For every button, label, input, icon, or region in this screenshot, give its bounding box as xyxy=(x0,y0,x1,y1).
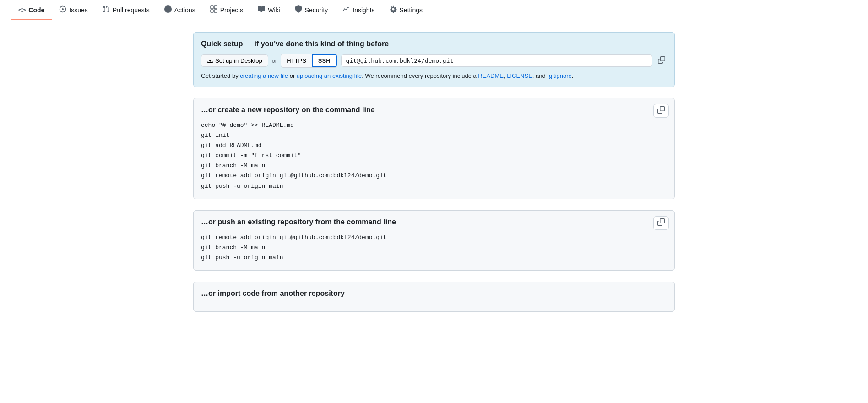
code-line: git commit -m "first commit" xyxy=(201,151,667,161)
tab-issues[interactable]: Issues xyxy=(52,0,95,21)
or-label: or xyxy=(272,57,277,64)
pull-request-icon xyxy=(103,5,110,14)
settings-icon xyxy=(390,5,397,14)
actions-icon xyxy=(164,5,172,14)
svg-point-1 xyxy=(62,8,64,10)
main-content: Quick setup — if you've done this kind o… xyxy=(182,32,686,312)
quick-setup-section: Quick setup — if you've done this kind o… xyxy=(193,32,675,87)
import-code-section: …or import code from another repository xyxy=(193,282,675,312)
tab-code[interactable]: <> Code xyxy=(11,1,52,20)
push-repo-code: git remote add origin git@github.com:bdk… xyxy=(201,233,667,263)
svg-rect-2 xyxy=(211,6,213,9)
code-line: git remote add origin git@github.com:bdk… xyxy=(201,233,667,243)
tab-projects[interactable]: Projects xyxy=(203,0,251,21)
tab-actions[interactable]: Actions xyxy=(157,0,203,21)
copy-url-button[interactable] xyxy=(656,54,667,67)
code-line: git add README.md xyxy=(201,141,667,151)
tab-wiki[interactable]: Wiki xyxy=(250,0,287,21)
create-repo-title: …or create a new repository on the comma… xyxy=(201,106,667,114)
tab-settings[interactable]: Settings xyxy=(382,0,430,21)
https-button[interactable]: HTTPS xyxy=(281,54,312,67)
code-icon: <> xyxy=(18,6,26,14)
code-line: git branch -M main xyxy=(201,243,667,253)
tab-security[interactable]: Security xyxy=(288,0,336,21)
upload-file-link[interactable]: uploading an existing file xyxy=(297,72,362,79)
gitignore-link[interactable]: .gitignore xyxy=(547,72,571,79)
copy-push-repo-button[interactable] xyxy=(653,216,669,230)
desktop-download-icon xyxy=(207,58,213,64)
push-repo-title: …or push an existing repository from the… xyxy=(201,218,667,226)
svg-rect-4 xyxy=(211,10,213,12)
url-row: Set up in Desktop or HTTPS SSH git@githu… xyxy=(201,54,667,68)
quick-setup-title: Quick setup — if you've done this kind o… xyxy=(201,40,667,48)
issues-icon xyxy=(59,5,66,14)
code-line: git push -u origin main xyxy=(201,181,667,191)
copy-section-icon xyxy=(657,106,665,114)
tab-insights[interactable]: Insights xyxy=(335,0,382,21)
code-line: git init xyxy=(201,131,667,141)
quick-setup-hint: Get started by creating a new file or up… xyxy=(201,72,667,79)
security-icon xyxy=(295,5,302,14)
code-line: git branch -M main xyxy=(201,161,667,171)
code-line: git push -u origin main xyxy=(201,253,667,263)
tab-pull-requests[interactable]: Pull requests xyxy=(95,0,157,21)
code-line: echo "# demo" >> README.md xyxy=(201,120,667,131)
projects-icon xyxy=(210,5,217,14)
create-file-link[interactable]: creating a new file xyxy=(240,72,288,79)
create-repo-code: echo "# demo" >> README.md git init git … xyxy=(201,120,667,191)
insights-icon xyxy=(342,5,350,14)
readme-link[interactable]: README xyxy=(478,72,504,79)
repo-url-display: git@github.com:bdkl24/demo.git xyxy=(341,54,652,67)
push-repo-section: …or push an existing repository from the… xyxy=(193,210,675,271)
svg-rect-5 xyxy=(214,10,217,12)
top-nav: <> Code Issues Pull requests Actions Pro… xyxy=(0,0,868,21)
copy-push-icon xyxy=(657,218,665,226)
setup-desktop-button[interactable]: Set up in Desktop xyxy=(201,54,268,67)
create-repo-section: …or create a new repository on the comma… xyxy=(193,98,675,199)
license-link[interactable]: LICENSE xyxy=(507,72,532,79)
url-type-toggle: HTTPS SSH xyxy=(281,54,337,68)
import-code-title: …or import code from another repository xyxy=(201,289,667,298)
copy-icon xyxy=(658,56,665,64)
svg-rect-3 xyxy=(214,6,217,9)
ssh-button[interactable]: SSH xyxy=(312,54,337,67)
wiki-icon xyxy=(258,5,265,14)
code-line: git remote add origin git@github.com:bdk… xyxy=(201,171,667,181)
copy-create-repo-button[interactable] xyxy=(653,104,669,118)
